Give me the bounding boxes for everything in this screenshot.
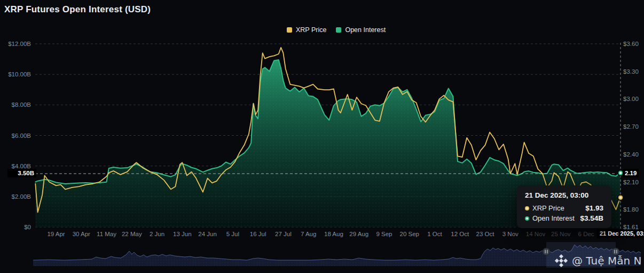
left-axis-tick: $6.00B: [0, 132, 31, 139]
legend-item-xrp-price[interactable]: XRP Price: [287, 26, 326, 34]
tooltip-row-xrp-price: XRP Price $1.93: [525, 204, 603, 212]
xrp-futures-dashboard: XRP Futures Open Interest (USD) XRP Pric…: [0, 0, 644, 273]
brush-handle-left-grip-icon: [547, 250, 548, 254]
tooltip-label-xrp-price: XRP Price: [532, 204, 564, 212]
left-axis-tick: $2.00B: [0, 193, 31, 200]
brush-handle-left-grip-icon: [545, 250, 546, 254]
right-axis-tick: $2.70: [623, 123, 639, 130]
binance-logo-icon: [554, 254, 568, 268]
brush-handle-left[interactable]: [543, 248, 550, 255]
open-interest-current-pill: 3.50B: [7, 169, 36, 177]
chart-title: XRP Futures Open Interest (USD): [4, 4, 151, 15]
right-axis-tick: $2.10: [623, 178, 639, 186]
left-axis-tick: $10.00B: [0, 71, 31, 78]
tooltip-label-open-interest: Open Interest: [532, 214, 575, 222]
tooltip-row-open-interest: Open Interest $3.54B: [525, 214, 603, 222]
right-axis-tick: $3.60: [623, 40, 639, 48]
legend-label-xrp-price: XRP Price: [296, 26, 326, 34]
legend-label-open-interest: Open Interest: [345, 26, 386, 34]
tooltip-value-open-interest: $3.54B: [580, 214, 603, 222]
price-current-pill: 2.19: [623, 169, 639, 177]
right-axis-tick: $2.40: [623, 151, 639, 158]
left-axis-tick: $12.00B: [0, 40, 31, 48]
tooltip-date: 21 Dec 2025, 03:00: [525, 191, 603, 199]
xrp-price-end-dot-center: [619, 197, 622, 199]
right-axis-tick: $1.80: [623, 206, 639, 213]
right-axis-tick: $3.30: [623, 68, 639, 75]
watermark: @ Tuệ Mẫn N: [554, 252, 644, 269]
tooltip-value-xrp-price: $1.93: [585, 204, 603, 212]
legend-item-open-interest[interactable]: Open Interest: [336, 26, 386, 34]
open-interest-dot-icon: [525, 216, 529, 221]
left-axis-tick: $0: [0, 223, 31, 231]
xrp-price-dot-icon: [525, 206, 529, 210]
legend: XRP Price Open Interest: [287, 26, 386, 34]
right-axis-tick: $3.00: [623, 95, 639, 103]
open-interest-swatch-icon: [336, 27, 341, 33]
xrp-price-swatch-icon: [287, 27, 292, 33]
tooltip: 21 Dec 2025, 03:00 XRP Price $1.93 Open …: [517, 185, 611, 228]
watermark-text: @ Tuệ Mẫn N: [572, 254, 641, 267]
crosshair-date-pill: 21 Dec 2025, 03:00: [597, 229, 644, 238]
open-interest-end-dot-center: [619, 172, 622, 175]
left-axis-tick: $8.00B: [0, 101, 31, 108]
